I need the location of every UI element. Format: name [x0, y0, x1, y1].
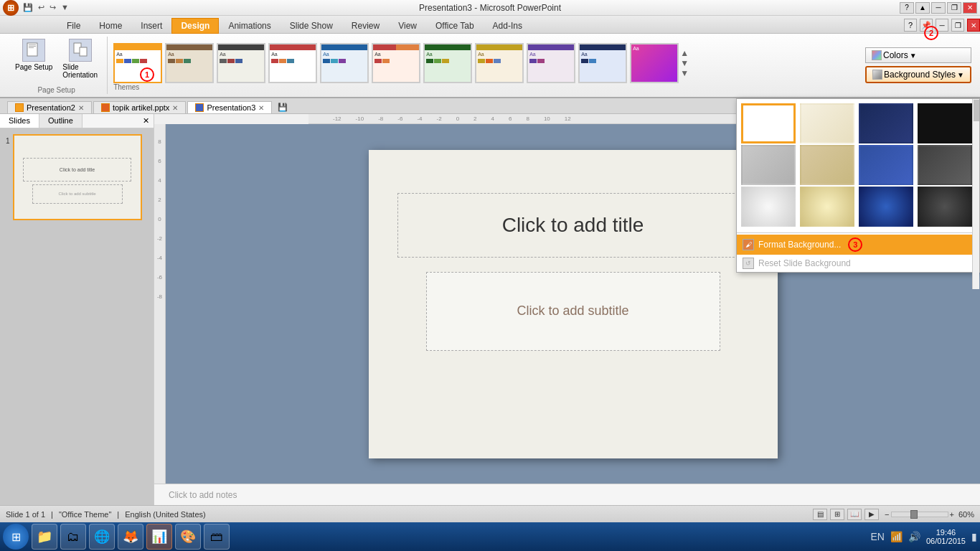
taskbar-powerpoint[interactable]: 📊	[146, 524, 172, 550]
bg-swatch-1[interactable]	[741, 103, 796, 143]
tab-view[interactable]: View	[389, 18, 426, 33]
slide-1-thumb[interactable]: Click to add title Click to add subtitle	[13, 134, 142, 220]
bg-swatch-11[interactable]	[859, 187, 913, 227]
show-desktop-btn[interactable]: ▮	[971, 531, 977, 542]
format-background-menuitem[interactable]: 🖌 Format Background... 3	[737, 235, 979, 255]
themes-group: Aa Aa	[108, 40, 865, 91]
notes-area[interactable]: Click to add notes	[154, 484, 980, 505]
taskbar-explorer[interactable]: 📁	[32, 524, 57, 550]
bg-swatch-8[interactable]	[918, 145, 972, 185]
minimize-btn[interactable]: ─	[931, 2, 946, 14]
view-buttons: ▤ ⊞ 📖 ▶	[813, 509, 879, 520]
normal-view-btn[interactable]: ▤	[813, 509, 827, 520]
bg-swatch-6[interactable]	[800, 145, 854, 185]
taskbar-firefox[interactable]: 🦊	[118, 524, 143, 550]
bg-swatch-7[interactable]	[859, 145, 913, 185]
slideshow-btn[interactable]: ▶	[864, 509, 879, 520]
doc-tab-presentation3[interactable]: Presentation3 ✕	[187, 101, 272, 113]
dropdown-scrollbar[interactable]	[972, 99, 979, 289]
title-placeholder[interactable]: Click to add title	[397, 193, 749, 258]
taskbar-lang: EN	[870, 531, 884, 542]
theme-5[interactable]: Aa	[320, 43, 369, 83]
themes-scroll-up[interactable]: ▲	[680, 48, 689, 58]
customize-quickbtn[interactable]: ▼	[60, 3, 70, 12]
doc-tab-close-presentation3[interactable]: ✕	[258, 104, 264, 112]
bg-swatch-9[interactable]	[741, 187, 796, 227]
zoom-thumb[interactable]	[910, 510, 918, 519]
start-button[interactable]: ⊞	[3, 524, 29, 550]
theme-10[interactable]: Aa	[578, 43, 627, 83]
tab-review[interactable]: Review	[342, 18, 389, 33]
reset-background-icon: ↺	[743, 258, 754, 269]
theme-11[interactable]: Aa	[630, 43, 679, 83]
tab-file[interactable]: File	[57, 18, 90, 33]
slide-canvas[interactable]: Click to add title Click to add subtitle	[369, 150, 778, 458]
zoom-out-btn[interactable]: −	[885, 510, 889, 519]
theme-2[interactable]: Aa	[165, 43, 214, 83]
slide-sorter-btn[interactable]: ⊞	[830, 509, 844, 520]
colors-dropdown-arrow: ▼	[910, 52, 917, 60]
taskbar-libraries[interactable]: 🗂	[60, 524, 86, 550]
theme-6[interactable]: Aa	[372, 43, 420, 83]
taskbar-files[interactable]: 🗃	[204, 524, 230, 550]
tab-addins[interactable]: Add-Ins	[484, 18, 532, 33]
bg-swatch-2[interactable]	[800, 103, 854, 143]
save-quickbtn[interactable]: 💾	[22, 3, 34, 12]
ribbon-toggle-btn[interactable]: ▲	[915, 2, 930, 14]
svg-rect-3	[29, 47, 34, 48]
page-setup-btn[interactable]: Page Setup	[11, 37, 56, 81]
tab-home[interactable]: Home	[90, 18, 131, 33]
theme-4[interactable]: Aa	[268, 43, 317, 83]
reading-view-btn[interactable]: 📖	[847, 509, 862, 520]
vertical-ruler: 8 6 4 2 0 -2 -4 -6 -8	[154, 124, 166, 484]
subtitle-placeholder[interactable]: Click to add subtitle	[426, 272, 720, 351]
office-logo[interactable]: ⊞	[3, 0, 19, 16]
themes-area: Aa Aa	[110, 43, 865, 83]
theme-7[interactable]: Aa	[423, 43, 472, 83]
restore-ribbon-btn[interactable]: ❐	[951, 19, 964, 32]
close-ribbon-btn[interactable]: ✕	[967, 19, 980, 32]
bg-swatch-12[interactable]	[918, 187, 972, 227]
panel-close-btn[interactable]: ✕	[138, 114, 154, 128]
panel-tab-slides[interactable]: Slides	[0, 114, 39, 128]
bg-swatches-grid	[737, 99, 979, 231]
bg-swatch-10[interactable]	[800, 187, 854, 227]
panel-tab-outline[interactable]: Outline	[39, 114, 83, 128]
doc-tab-presentation2[interactable]: Presentation2 ✕	[7, 101, 92, 113]
doc-tab-close-presentation2[interactable]: ✕	[78, 104, 84, 112]
bg-swatch-4[interactable]	[918, 103, 972, 143]
theme-office[interactable]: Aa	[113, 43, 162, 83]
tab-officetab[interactable]: Office Tab	[426, 18, 484, 33]
bg-swatch-5[interactable]	[741, 145, 796, 185]
doc-tab-save[interactable]: 💾	[273, 101, 292, 113]
slide-thumb-title: Click to add title	[23, 158, 131, 181]
doc-tab-topikartikel[interactable]: topik artikel.pptx ✕	[93, 101, 186, 113]
taskbar-ie[interactable]: 🌐	[89, 524, 115, 550]
theme-3[interactable]: Aa	[217, 43, 265, 83]
background-styles-button[interactable]: Background Styles ▼	[865, 66, 971, 83]
doc-tab-close-topikartikel[interactable]: ✕	[172, 104, 178, 112]
close-btn[interactable]: ✕	[963, 2, 977, 14]
help-btn[interactable]: ?	[900, 2, 914, 14]
ribbon-group-pagesetup: Page Setup SlideOrientation Page Setup	[6, 37, 108, 94]
orientation-btn[interactable]: SlideOrientation	[59, 37, 101, 81]
scrollbar-thumb[interactable]	[974, 100, 979, 121]
restore-btn[interactable]: ❐	[947, 2, 961, 14]
theme-9[interactable]: Aa	[527, 43, 575, 83]
tab-slideshow[interactable]: Slide Show	[281, 18, 342, 33]
help-ribbon-btn[interactable]: ?	[904, 19, 917, 32]
zoom-in-btn[interactable]: +	[950, 510, 954, 519]
themes-scroll-down[interactable]: ▼	[680, 58, 689, 68]
tab-animations[interactable]: Animations	[219, 18, 280, 33]
colors-button[interactable]: Colors ▼	[865, 47, 971, 63]
theme-8[interactable]: Aa	[475, 43, 524, 83]
zoom-slider[interactable]	[891, 512, 948, 517]
redo-quickbtn[interactable]: ↪	[48, 3, 57, 12]
tab-insert[interactable]: Insert	[131, 18, 171, 33]
pagesetup-group-label: Page Setup	[37, 85, 75, 94]
tab-design[interactable]: Design	[171, 18, 219, 34]
bg-swatch-3[interactable]	[859, 103, 913, 143]
themes-scroll-more[interactable]: ▼	[680, 68, 689, 78]
taskbar-photoshop[interactable]: 🎨	[175, 524, 201, 550]
undo-quickbtn[interactable]: ↩	[37, 3, 46, 12]
